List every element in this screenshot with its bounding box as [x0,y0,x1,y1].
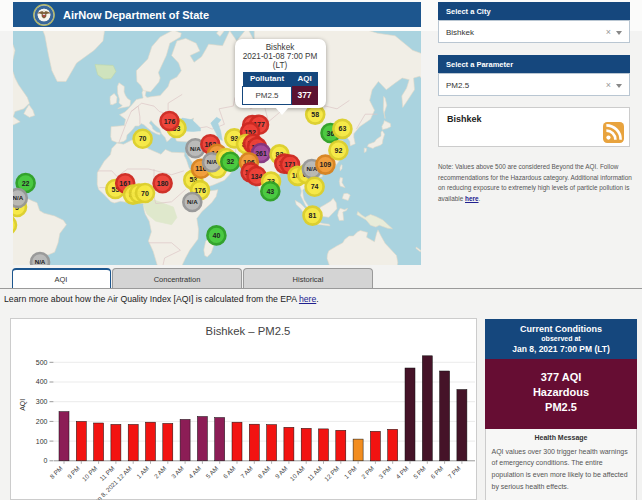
svg-text:134: 134 [251,173,263,180]
svg-text:5 AM: 5 AM [204,465,219,480]
svg-text:10 AM: 10 AM [288,465,306,483]
svg-text:261: 261 [255,150,267,157]
svg-text:3 AM: 3 AM [170,465,185,480]
svg-text:N/A: N/A [187,198,198,205]
svg-text:1 PM: 1 PM [342,465,357,480]
svg-text:109: 109 [320,161,332,168]
svg-text:81: 81 [309,212,317,219]
svg-text:8 AM: 8 AM [256,465,271,480]
svg-text:3 PM: 3 PM [377,465,392,480]
svg-text:6 PM: 6 PM [429,465,444,480]
svg-text:63: 63 [339,125,347,132]
svg-text:0: 0 [44,457,48,464]
svg-text:7 AM: 7 AM [239,465,254,480]
svg-text:2 AM: 2 AM [152,465,167,480]
svg-text:9 AM: 9 AM [274,465,289,480]
svg-text:500: 500 [36,359,48,366]
svg-text:70: 70 [141,190,149,197]
svg-text:1 AM: 1 AM [135,465,150,480]
svg-text:32: 32 [226,158,234,165]
svg-text:5 PM: 5 PM [412,465,427,480]
svg-text:Bishkek – PM2.5: Bishkek – PM2.5 [206,325,291,337]
svg-text:7 PM: 7 PM [446,465,461,480]
svg-text:176: 176 [164,118,176,125]
svg-text:12 PM: 12 PM [323,465,341,483]
svg-text:70: 70 [139,135,147,142]
svg-text:8 PM: 8 PM [48,465,63,480]
svg-text:11 AM: 11 AM [306,465,323,482]
svg-text:200: 200 [36,418,48,425]
svg-text:22: 22 [22,180,30,187]
svg-text:180: 180 [157,180,169,187]
svg-text:6 AM: 6 AM [222,465,237,480]
svg-text:4 PM: 4 PM [394,465,409,480]
svg-text:AQI: AQI [19,399,27,411]
svg-text:N/A: N/A [35,258,46,265]
svg-text:10 PM: 10 PM [80,465,98,483]
svg-text:400: 400 [36,378,48,385]
svg-text:N/A: N/A [190,145,201,152]
svg-text:58: 58 [311,111,319,118]
svg-text:2 PM: 2 PM [360,465,375,480]
svg-text:43: 43 [266,188,274,195]
svg-text:N/A: N/A [13,194,24,201]
svg-text:9 PM: 9 PM [66,465,81,480]
svg-text:4 AM: 4 AM [187,465,202,480]
svg-text:100: 100 [36,438,48,445]
svg-text:300: 300 [36,398,48,405]
svg-text:40: 40 [213,232,221,239]
svg-text:92: 92 [335,147,343,154]
svg-text:74: 74 [311,183,319,190]
